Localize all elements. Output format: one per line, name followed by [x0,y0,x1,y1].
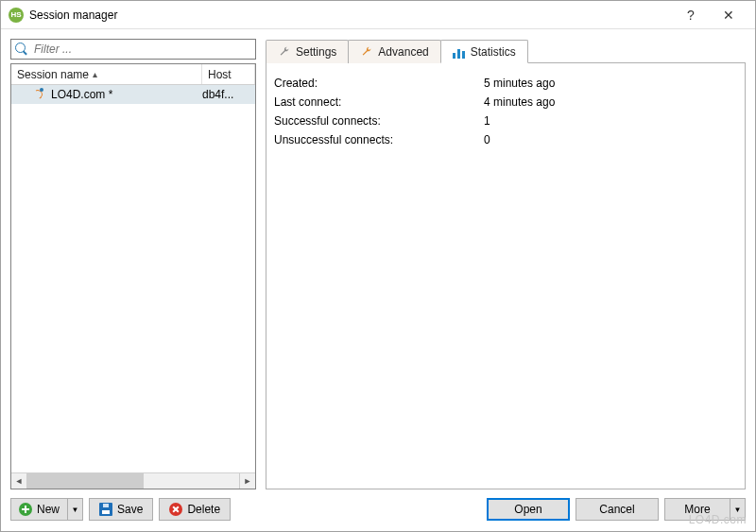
header-session-name[interactable]: Session name ▴ [11,64,202,84]
header-session-name-label: Session name [17,68,89,81]
session-list: Session name ▴ Host LO4D.com * [10,63,256,489]
columns-container: Session name ▴ Host LO4D.com * [10,39,746,489]
row-host: db4f... [202,88,255,101]
more-button-label: More [684,503,710,516]
floppy-icon [99,503,112,516]
header-host-label: Host [208,68,232,81]
scroll-track[interactable] [27,473,239,489]
list-rows: LO4D.com * db4f... [11,85,255,472]
save-button-label: Save [117,503,143,516]
created-value: 5 minutes ago [484,75,737,92]
stat-row-last-connect: Last connect: 4 minutes ago [274,94,737,111]
session-manager-window: HS Session manager ? ✕ Session name ▴ [0,0,756,532]
window-title: Session manager [29,9,672,22]
horizontal-scrollbar[interactable]: ◄ ► [11,472,255,489]
wrench-icon [278,45,291,59]
stat-row-successful: Successful connects: 1 [274,112,737,129]
filter-box[interactable] [10,39,256,60]
tab-statistics[interactable]: Statistics [440,40,528,63]
more-dropdown[interactable]: ▼ [730,498,746,521]
lastconn-value: 4 minutes ago [484,94,737,111]
close-button[interactable]: ✕ [710,2,747,28]
tab-settings-label: Settings [296,45,336,59]
tab-settings[interactable]: Settings [266,40,349,63]
new-split-button[interactable]: New ▼ [10,498,83,521]
tab-bar: Settings Advanced Statistics [266,39,746,63]
new-dropdown[interactable]: ▼ [68,498,83,521]
titlebar: HS Session manager ? ✕ [1,1,755,29]
scroll-thumb[interactable] [27,473,144,489]
wrench-icon [360,45,373,59]
new-button[interactable]: New [10,498,68,521]
save-button[interactable]: Save [89,498,153,521]
unsucc-value: 0 [484,131,737,148]
header-host[interactable]: Host [202,64,255,84]
cancel-button[interactable]: Cancel [576,498,659,521]
created-label: Created: [274,75,482,92]
new-button-label: New [37,503,60,516]
delete-icon [169,503,182,516]
scroll-left-icon[interactable]: ◄ [11,473,27,489]
scroll-right-icon[interactable]: ► [239,473,255,489]
list-headers: Session name ▴ Host [11,64,255,85]
stat-row-unsuccessful: Unsuccessful connects: 0 [274,131,737,148]
open-button[interactable]: Open [487,498,570,521]
delete-button-label: Delete [187,503,220,516]
tab-content-statistics: Created: 5 minutes ago Last connect: 4 m… [266,63,746,489]
succ-label: Successful connects: [274,112,482,129]
unsucc-label: Unsuccessful connects: [274,131,482,148]
right-pane: Settings Advanced Statistics [266,39,746,489]
table-row[interactable]: LO4D.com * db4f... [11,85,255,104]
more-button[interactable]: More [664,498,730,521]
bar-chart-icon [453,45,466,59]
succ-value: 1 [484,112,737,129]
row-session-name-text: LO4D.com * [51,88,112,101]
client-area: Session name ▴ Host LO4D.com * [1,29,755,531]
session-icon [32,88,45,101]
button-row: New ▼ Save Delete Open Cancel More [10,497,746,522]
tab-advanced[interactable]: Advanced [348,40,440,63]
tab-advanced-label: Advanced [378,45,428,59]
filter-input[interactable] [32,42,251,57]
help-button[interactable]: ? [672,2,710,28]
cancel-button-label: Cancel [599,503,634,516]
left-pane: Session name ▴ Host LO4D.com * [10,39,256,489]
stats-table: Created: 5 minutes ago Last connect: 4 m… [272,73,739,150]
open-button-label: Open [514,503,541,516]
lastconn-label: Last connect: [274,94,482,111]
row-session-name: LO4D.com * [11,88,202,101]
search-icon [15,43,28,56]
plus-icon [19,503,32,516]
more-split-button[interactable]: More ▼ [664,498,746,521]
delete-button[interactable]: Delete [159,498,231,521]
app-icon: HS [9,8,24,23]
stat-row-created: Created: 5 minutes ago [274,75,737,92]
sort-asc-icon: ▴ [93,69,97,79]
tab-statistics-label: Statistics [471,45,516,59]
